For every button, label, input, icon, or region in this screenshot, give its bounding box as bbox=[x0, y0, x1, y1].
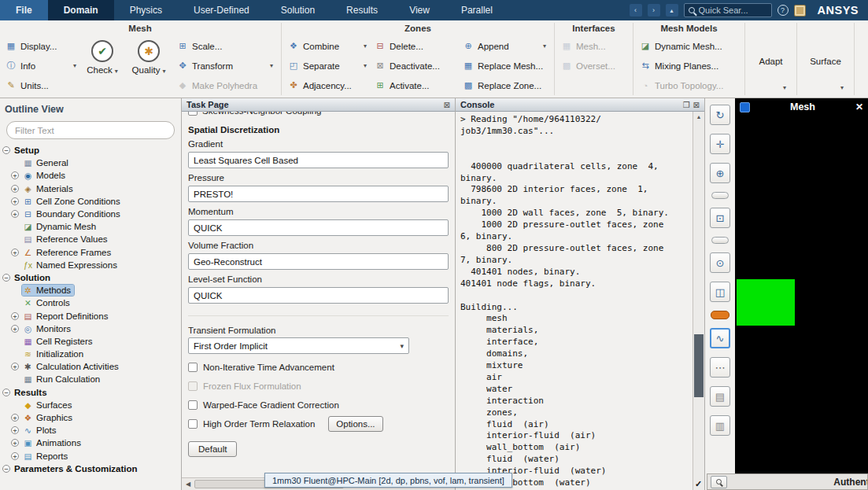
tree-item-setup[interactable]: −Setup bbox=[0, 144, 181, 157]
toggle-pill-icon[interactable] bbox=[711, 237, 729, 244]
tree-item-monitors[interactable]: +◎Monitors bbox=[0, 322, 181, 335]
console-close-icon[interactable]: ⊠ bbox=[693, 101, 700, 109]
ribbon-item-append[interactable]: ⊕Append▾ bbox=[459, 36, 550, 56]
expand-icon[interactable]: + bbox=[11, 363, 19, 370]
ribbon-item-delete[interactable]: ⊟Delete... bbox=[371, 36, 459, 56]
scrollbar-thumb[interactable] bbox=[694, 334, 704, 397]
dropdown-arrow-icon[interactable]: ▾ bbox=[360, 62, 367, 69]
dropdown-arrow-icon[interactable]: ▾ bbox=[360, 42, 367, 50]
tree-item-models[interactable]: +◉Models bbox=[0, 169, 181, 182]
tree-item-boundary-conditions[interactable]: +⊟Boundary Conditions bbox=[0, 208, 181, 220]
dropdown-arrow-icon[interactable]: ▾ bbox=[70, 62, 76, 69]
quick-search-box[interactable] bbox=[684, 3, 772, 17]
menu-tab-domain[interactable]: Domain bbox=[48, 0, 114, 20]
tree-item-materials[interactable]: +◈Materials bbox=[0, 182, 181, 195]
ribbon-item-transform[interactable]: ✥Transform▾ bbox=[173, 56, 277, 76]
tree-item-initialization[interactable]: ≋Initialization bbox=[0, 348, 181, 360]
menu-tab-solution[interactable]: Solution bbox=[265, 0, 331, 20]
expand-icon[interactable]: + bbox=[11, 312, 19, 320]
ruler-icon[interactable]: ⋯ bbox=[710, 357, 730, 378]
ribbon-item-surface[interactable]: Surface▾ bbox=[800, 36, 851, 94]
field-dropdown-pressure[interactable]: PRESTO! bbox=[188, 186, 449, 202]
authentication-bar[interactable]: Authenti bbox=[707, 473, 868, 490]
menu-tab-file[interactable]: File bbox=[0, 0, 48, 20]
menu-tab-parallel[interactable]: Parallel bbox=[445, 0, 508, 20]
default-button[interactable]: Default bbox=[188, 441, 237, 457]
expand-icon[interactable]: + bbox=[11, 185, 19, 193]
journal-icon[interactable] bbox=[794, 5, 806, 17]
help-icon[interactable]: ? bbox=[778, 5, 789, 16]
tab-scroll-left-icon[interactable]: ‹ bbox=[630, 4, 642, 17]
transient-formulation-dropdown[interactable]: First Order Implicit ▾ bbox=[188, 337, 409, 354]
ribbon-item-display[interactable]: ▦Display... bbox=[2, 36, 80, 56]
tab-scroll-right-icon[interactable]: › bbox=[648, 4, 660, 17]
pages-icon[interactable]: ▥ bbox=[710, 415, 730, 436]
document-icon[interactable]: ▤ bbox=[710, 386, 730, 407]
close-icon[interactable]: ✕ bbox=[855, 101, 863, 112]
expand-icon[interactable]: + bbox=[11, 249, 19, 256]
tree-item-graphics[interactable]: +❖Graphics bbox=[0, 411, 181, 424]
magnifier-button[interactable] bbox=[711, 476, 727, 488]
toggle-pill-icon[interactable] bbox=[711, 192, 729, 199]
expand-icon[interactable]: + bbox=[11, 452, 19, 460]
probe-icon[interactable]: ⊙ bbox=[710, 252, 730, 273]
pan-icon[interactable]: ✛ bbox=[710, 134, 730, 154]
views-icon[interactable]: ◫ bbox=[710, 282, 730, 302]
tree-item-solution[interactable]: −Solution bbox=[0, 271, 181, 284]
console-vertical-scrollbar[interactable]: ▲ ✓ bbox=[693, 112, 704, 490]
ribbon-item-quality[interactable]: ✱Quality▾ bbox=[124, 36, 173, 95]
menu-tab-view[interactable]: View bbox=[393, 0, 445, 20]
ribbon-item-mixing-planes[interactable]: ⇆Mixing Planes... bbox=[636, 56, 741, 76]
rotate-icon[interactable]: ↻ bbox=[710, 105, 730, 125]
ribbon-item-dynamic-mesh[interactable]: ◪Dynamic Mesh... bbox=[636, 36, 741, 56]
field-dropdown-momentum[interactable]: QUICK bbox=[188, 219, 449, 236]
ribbon-item-check[interactable]: ✔Check▾ bbox=[80, 36, 124, 95]
graphics-viewport[interactable]: Mesh ✕ bbox=[735, 98, 868, 490]
ribbon-item-units[interactable]: ✎Units... bbox=[2, 76, 80, 95]
collapse-icon[interactable]: − bbox=[2, 274, 10, 282]
zoom-box-icon[interactable]: ⊕ bbox=[710, 163, 730, 183]
tree-item-dynamic-mesh[interactable]: ◪Dynamic Mesh bbox=[0, 220, 181, 233]
ribbon-item-replace-zone[interactable]: ▩Replace Zone... bbox=[459, 76, 550, 95]
expand-icon[interactable]: + bbox=[11, 210, 19, 218]
filter-text-input[interactable] bbox=[6, 121, 175, 139]
ribbon-item-adapt[interactable]: Adapt▾ bbox=[748, 36, 794, 94]
console-popout-icon[interactable]: ❐ bbox=[683, 101, 690, 109]
dropdown-arrow-icon[interactable]: ▾ bbox=[267, 62, 273, 69]
quick-search-input[interactable] bbox=[699, 6, 767, 15]
zoom-fit-icon[interactable]: ⊡ bbox=[710, 208, 730, 228]
dropdown-arrow-icon[interactable]: ▾ bbox=[540, 42, 546, 50]
tree-item-general[interactable]: ▦General bbox=[0, 157, 181, 169]
tree-item-reference-frames[interactable]: +∠Reference Frames bbox=[0, 246, 181, 259]
expand-icon[interactable]: + bbox=[11, 414, 19, 422]
ribbon-item-info[interactable]: ⓘInfo▾ bbox=[2, 56, 80, 76]
tree-item-cell-registers[interactable]: ▦Cell Registers bbox=[0, 335, 181, 348]
expand-icon[interactable]: + bbox=[11, 171, 19, 179]
ribbon-item-replace-mesh[interactable]: ▦Replace Mesh... bbox=[459, 56, 550, 76]
ribbon-item-adjacency[interactable]: ✤Adjacency... bbox=[284, 76, 371, 95]
expand-icon[interactable]: + bbox=[11, 439, 19, 447]
clipped-checkbox-row[interactable]: Skewness-Neighbor Coupling bbox=[188, 112, 449, 116]
skewness-neighbor-checkbox[interactable] bbox=[188, 112, 198, 116]
tree-item-reference-values[interactable]: ▤Reference Values bbox=[0, 233, 181, 245]
tree-item-named-expressions[interactable]: ƒxNamed Expressions bbox=[0, 259, 181, 271]
ribbon-item-separate[interactable]: ◰Separate▾ bbox=[284, 56, 371, 76]
ribbon-item-activate[interactable]: ⊞Activate... bbox=[371, 76, 459, 95]
menu-tab-physics[interactable]: Physics bbox=[114, 0, 178, 20]
menu-tab-user-defined[interactable]: User-Defined bbox=[178, 0, 265, 20]
field-dropdown-level-set-function[interactable]: QUICK bbox=[188, 287, 449, 304]
field-dropdown-volume-fraction[interactable]: Geo-Reconstruct bbox=[188, 253, 449, 270]
tree-item-controls[interactable]: ✕Controls bbox=[0, 297, 181, 309]
tree-item-cell-zone-conditions[interactable]: +⊞Cell Zone Conditions bbox=[0, 195, 181, 208]
tree-item-report-definitions[interactable]: +▤Report Definitions bbox=[0, 309, 181, 322]
checkbox-high-order-term-relaxation[interactable] bbox=[188, 419, 198, 429]
field-dropdown-gradient[interactable]: Least Squares Cell Based bbox=[188, 152, 449, 168]
autoscroll-check-icon[interactable]: ✓ bbox=[695, 479, 702, 489]
ribbon-item-deactivate[interactable]: ⊠Deactivate... bbox=[371, 56, 459, 76]
tree-item-parameters-customization[interactable]: −Parameters & Customization bbox=[0, 462, 181, 475]
checkbox-warped-face-gradient-correction[interactable] bbox=[188, 400, 198, 410]
tree-item-calculation-activities[interactable]: +✱Calculation Activities bbox=[0, 360, 181, 373]
scroll-left-icon[interactable]: ◀ bbox=[182, 478, 194, 490]
tree-item-reports[interactable]: +▤Reports bbox=[0, 450, 181, 462]
expand-icon[interactable]: + bbox=[11, 325, 19, 333]
